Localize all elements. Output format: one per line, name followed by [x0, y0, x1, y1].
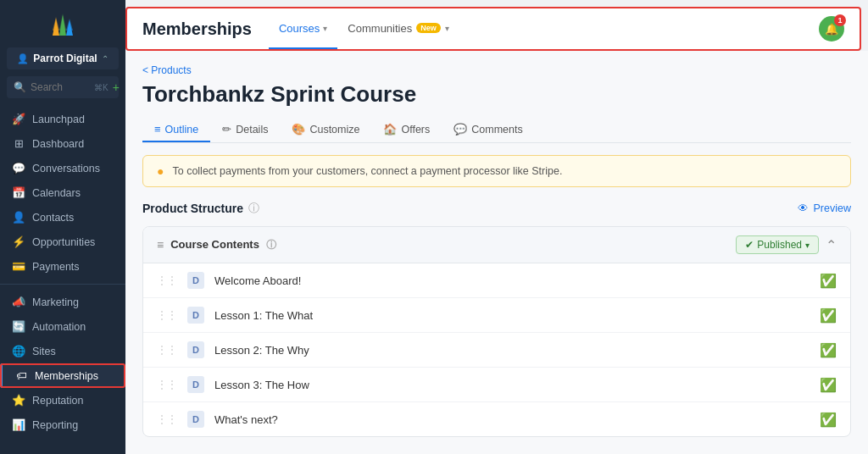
subtab-comments[interactable]: 💬 Comments — [442, 118, 534, 142]
sidebar-item-opportunities[interactable]: ⚡ Opportunities — [0, 230, 125, 254]
search-icon: 🔍 — [14, 81, 26, 93]
sidebar-item-contacts[interactable]: 👤 Contacts — [0, 205, 125, 230]
offers-icon: 🏠 — [383, 123, 397, 136]
comments-icon: 💬 — [453, 123, 467, 136]
search-box[interactable]: 🔍 ⌘K + — [7, 76, 119, 98]
automation-icon: 🔄 — [12, 320, 25, 333]
table-row: ⋮⋮ D Lesson 1: The What ✅ — [143, 298, 850, 333]
customize-icon: 🎨 — [292, 123, 305, 136]
alert-dot-icon: ● — [157, 164, 164, 178]
main-content: Memberships Courses ▾ Communities New ▾ … — [125, 0, 868, 454]
outline-icon: ≡ — [154, 123, 161, 136]
sidebar-nav: 🚀 Launchpad ⊞ Dashboard 💬 Conversations … — [0, 107, 125, 454]
row-title: Welcome Aboard! — [214, 274, 810, 287]
section-header: Product Structure ⓘ 👁 Preview — [142, 201, 851, 216]
subtab-offers[interactable]: 🏠 Offers — [371, 118, 442, 142]
info-icon: ⓘ — [248, 201, 259, 216]
reporting-icon: 📊 — [12, 418, 25, 431]
row-status-icon: ✅ — [820, 377, 837, 393]
svg-marker-5 — [66, 19, 73, 30]
conversations-icon: 💬 — [12, 162, 25, 174]
row-status-icon: ✅ — [820, 273, 837, 289]
nav-divider — [0, 284, 125, 285]
search-input[interactable] — [31, 81, 90, 93]
drag-handle-icon: ⋮⋮ — [157, 413, 177, 425]
sidebar-item-conversations[interactable]: 💬 Conversations — [0, 156, 125, 180]
subtab-details[interactable]: ✏ Details — [210, 118, 280, 142]
row-status-icon: ✅ — [820, 342, 837, 358]
subtab-customize[interactable]: 🎨 Customize — [280, 118, 371, 142]
breadcrumb[interactable]: Products — [142, 64, 851, 76]
calendars-icon: 📅 — [12, 186, 25, 199]
alert-banner: ● To collect payments from your customer… — [142, 155, 851, 187]
published-badge[interactable]: ✔ Published ▾ — [736, 235, 819, 254]
sidebar-item-reputation[interactable]: ⭐ Reputation — [0, 388, 125, 412]
row-type-badge: D — [187, 341, 204, 358]
preview-button[interactable]: 👁 Preview — [798, 202, 851, 214]
courses-chevron-icon: ▾ — [323, 24, 327, 33]
details-icon: ✏ — [222, 123, 231, 136]
expand-collapse-icon[interactable]: ⌃ — [826, 237, 837, 253]
course-contents-title: Course Contents ⓘ — [170, 238, 736, 252]
sites-icon: 🌐 — [12, 345, 25, 357]
add-button[interactable]: + — [113, 80, 120, 94]
logo-icon — [47, 12, 78, 39]
section-title: Product Structure — [142, 202, 243, 215]
alert-message: To collect payments from your customers,… — [172, 165, 562, 177]
course-table: ≡ Course Contents ⓘ ✔ Published ▾ ⌃ ⋮⋮ D… — [142, 226, 851, 437]
memberships-icon: 🏷 — [14, 369, 28, 382]
sidebar-item-automation[interactable]: 🔄 Automation — [0, 314, 125, 339]
page-header-title: Memberships — [142, 19, 252, 39]
course-table-header: ≡ Course Contents ⓘ ✔ Published ▾ ⌃ — [143, 227, 850, 263]
row-type-badge: D — [187, 376, 204, 393]
drag-handle-icon: ⋮⋮ — [157, 309, 177, 321]
sidebar-item-dashboard[interactable]: ⊞ Dashboard — [0, 131, 125, 156]
preview-icon: 👁 — [798, 202, 809, 214]
sidebar-item-payments[interactable]: 💳 Payments — [0, 254, 125, 279]
sidebar-item-launchpad[interactable]: 🚀 Launchpad — [0, 107, 125, 131]
subtab-outline[interactable]: ≡ Outline — [142, 118, 210, 142]
svg-marker-4 — [59, 14, 66, 30]
tab-communities[interactable]: Communities New ▾ — [337, 8, 459, 49]
sidebar: 👤 Parrot Digital ⌃ 🔍 ⌘K + 🚀 Launchpad ⊞ … — [0, 0, 125, 454]
drag-handle-icon: ⋮⋮ — [157, 274, 177, 286]
notification-badge: 1 — [834, 14, 846, 26]
row-status-icon: ✅ — [820, 307, 837, 324]
opportunities-icon: ⚡ — [12, 235, 25, 248]
row-type-badge: D — [187, 272, 204, 289]
contents-info-icon: ⓘ — [266, 239, 276, 251]
marketing-icon: 📣 — [12, 296, 25, 308]
topbar-actions: 🔔 1 — [819, 16, 844, 42]
contacts-icon: 👤 — [12, 211, 25, 224]
row-title: Lesson 3: The How — [214, 379, 810, 391]
table-row: ⋮⋮ D Lesson 3: The How ✅ — [143, 368, 850, 402]
table-row: ⋮⋮ D What's next? ✅ — [143, 402, 850, 436]
notification-button[interactable]: 🔔 1 — [819, 16, 844, 42]
row-type-badge: D — [187, 411, 204, 428]
header-tabs: Courses ▾ Communities New ▾ — [269, 8, 459, 49]
sidebar-item-reporting[interactable]: 📊 Reporting — [0, 412, 125, 437]
content-area: Products Torchbankz Sprint Course ≡ Outl… — [125, 51, 868, 454]
check-circle-icon: ✔ — [745, 239, 754, 251]
reputation-icon: ⭐ — [12, 394, 25, 407]
sidebar-item-marketing[interactable]: 📣 Marketing — [0, 290, 125, 314]
brand-selector[interactable]: 👤 Parrot Digital ⌃ — [7, 47, 119, 69]
sidebar-item-calendars[interactable]: 📅 Calendars — [0, 180, 125, 205]
tab-courses[interactable]: Courses ▾ — [269, 8, 337, 49]
topbar: Memberships Courses ▾ Communities New ▾ … — [125, 7, 861, 51]
row-title: What's next? — [214, 413, 810, 426]
svg-marker-3 — [53, 17, 59, 30]
logo — [0, 0, 125, 47]
course-title: Torchbankz Sprint Course — [142, 81, 851, 108]
new-badge: New — [416, 23, 441, 33]
row-type-badge: D — [187, 307, 204, 324]
drag-handle-icon: ⋮⋮ — [157, 344, 177, 356]
sidebar-item-memberships[interactable]: 🏷 Memberships — [0, 363, 125, 388]
sidebar-item-sites[interactable]: 🌐 Sites — [0, 339, 125, 363]
drag-handle-icon: ⋮⋮ — [157, 379, 177, 390]
brand-name: Parrot Digital — [33, 53, 97, 64]
row-title: Lesson 2: The Why — [214, 344, 810, 357]
published-chevron-icon: ▾ — [805, 241, 810, 250]
payments-icon: 💳 — [12, 260, 25, 273]
dashboard-icon: ⊞ — [12, 137, 25, 150]
